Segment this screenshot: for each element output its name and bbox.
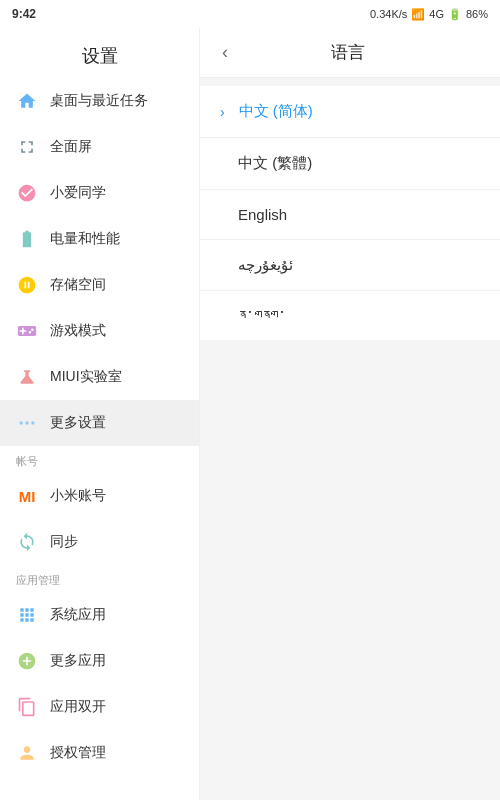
lang-item-tibetan[interactable]: ན་གནག་ [200,291,500,340]
auth-icon [16,742,38,764]
nav-label-fullscreen: 全面屏 [50,138,92,156]
nav-item-more-app[interactable]: 更多应用 [0,638,199,684]
status-bar: 9:42 0.34K/s 📶 4G 🔋 86% [0,0,500,28]
nav-label-more-app: 更多应用 [50,652,106,670]
nav-label-auth: 授权管理 [50,744,106,762]
nav-item-dual[interactable]: 应用双开 [0,684,199,730]
nav-item-sys-app[interactable]: 系统应用 [0,592,199,638]
home-icon [16,90,38,112]
lab-icon [16,366,38,388]
status-time: 9:42 [12,7,36,21]
right-header: ‹ 语言 [200,28,500,78]
lang-label-uyghur: ئۇيغۇرچە [238,256,293,274]
nav-label-ai: 小爱同学 [50,184,106,202]
nav-item-auth[interactable]: 授权管理 [0,730,199,776]
nav-label-desktop: 桌面与最近任务 [50,92,148,110]
lang-label-en: English [238,206,287,223]
lang-item-zh-hans[interactable]: › 中文 (简体) [200,86,500,138]
nav-item-desktop[interactable]: 桌面与最近任务 [0,78,199,124]
ai-icon [16,182,38,204]
lang-label-zh-hans: 中文 (简体) [239,102,313,121]
fullscreen-icon [16,136,38,158]
more-icon [16,412,38,434]
status-right: 0.34K/s 📶 4G 🔋 86% [370,8,488,21]
signal-icon: 📶 [411,8,425,21]
nav-label-more: 更多设置 [50,414,106,432]
svg-point-0 [20,421,23,424]
language-list: › 中文 (简体) 中文 (繁體) English ئۇيغۇرچە ན་གནག… [200,86,500,340]
nav-item-more[interactable]: 更多设置 [0,400,199,446]
svg-point-2 [31,421,34,424]
battery-icon [16,228,38,250]
nav-label-lab: MIUI实验室 [50,368,122,386]
nav-item-game[interactable]: 游戏模式 [0,308,199,354]
nav-item-sync[interactable]: 同步 [0,519,199,565]
nav-label-sys-app: 系统应用 [50,606,106,624]
sync-icon [16,531,38,553]
dual-icon [16,696,38,718]
selected-chevron: › [220,104,225,120]
nav-label-dual: 应用双开 [50,698,106,716]
nav-item-lab[interactable]: MIUI实验室 [0,354,199,400]
moreapp-icon [16,650,38,672]
right-panel: ‹ 语言 › 中文 (简体) 中文 (繁體) English ئۇيغۇرچە … [200,28,500,800]
nav-item-ai[interactable]: 小爱同学 [0,170,199,216]
left-panel: 设置 桌面与最近任务 全面屏 小爱同学 电量和性能 [0,28,200,800]
nav-label-battery: 电量和性能 [50,230,120,248]
main-layout: 设置 桌面与最近任务 全面屏 小爱同学 电量和性能 [0,28,500,800]
nav-label-mi-account: 小米账号 [50,487,106,505]
nav-item-battery[interactable]: 电量和性能 [0,216,199,262]
nav-label-storage: 存储空间 [50,276,106,294]
lang-item-en[interactable]: English [200,190,500,240]
lang-label-tibetan: ན་གནག་ [238,307,286,324]
lang-item-uyghur[interactable]: ئۇيغۇرچە [200,240,500,291]
settings-title: 设置 [0,28,199,78]
storage-icon [16,274,38,296]
battery-level: 86% [466,8,488,20]
lang-label-zh-hant: 中文 (繁體) [238,154,312,173]
lang-item-zh-hant[interactable]: 中文 (繁體) [200,138,500,190]
network-speed: 0.34K/s [370,8,407,20]
nav-item-storage[interactable]: 存储空间 [0,262,199,308]
mi-icon: MI [16,485,38,507]
back-button[interactable]: ‹ [216,40,234,65]
nav-label-game: 游戏模式 [50,322,106,340]
section-apps: 应用管理 [0,565,199,592]
network-type: 4G [429,8,444,20]
battery-icon: 🔋 [448,8,462,21]
game-icon [16,320,38,342]
sysapp-icon [16,604,38,626]
nav-item-fullscreen[interactable]: 全面屏 [0,124,199,170]
svg-point-1 [25,421,28,424]
nav-item-mi-account[interactable]: MI 小米账号 [0,473,199,519]
nav-label-sync: 同步 [50,533,78,551]
language-title: 语言 [242,41,484,64]
section-account: 帐号 [0,446,199,473]
